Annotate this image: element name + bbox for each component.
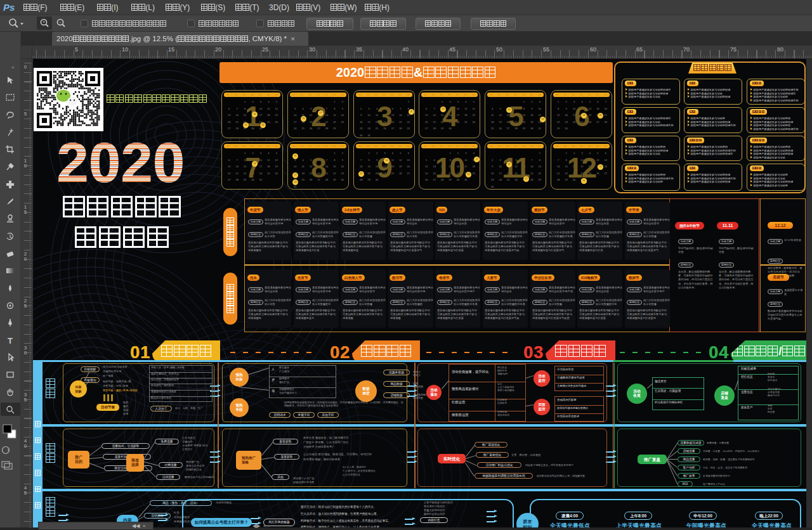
svg-text:+: + [43, 19, 46, 25]
svg-text:-: - [60, 19, 62, 25]
svg-text:T: T [8, 336, 13, 346]
